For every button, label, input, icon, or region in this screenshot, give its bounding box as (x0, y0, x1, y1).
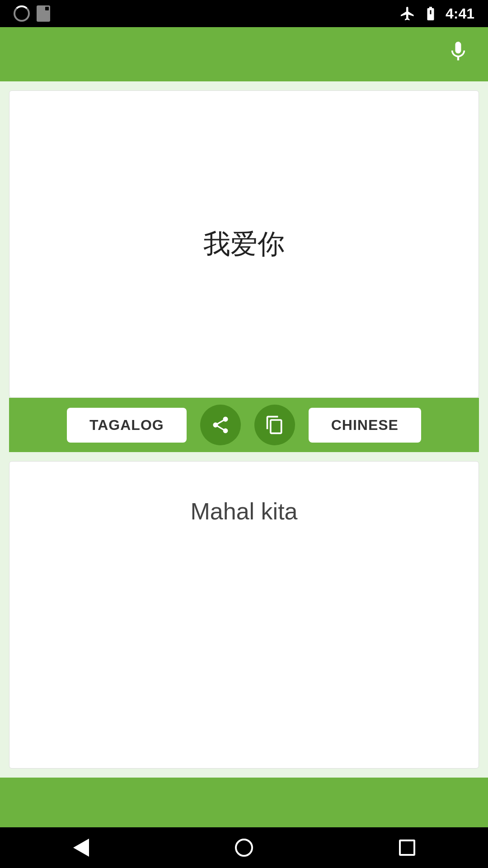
language-bar: TAGALOG CHINESE (9, 398, 479, 452)
microphone-button[interactable] (446, 40, 470, 69)
app-header (0, 27, 488, 81)
recents-icon (399, 840, 415, 856)
home-button[interactable] (235, 839, 253, 857)
status-bar: 4:41 (0, 0, 488, 27)
copy-button[interactable] (254, 405, 295, 445)
tagalog-language-button[interactable]: TAGALOG (67, 408, 187, 443)
share-icon (211, 415, 230, 435)
source-text: 我爱你 (203, 226, 285, 263)
sd-card-icon (37, 5, 50, 22)
share-button[interactable] (200, 405, 241, 445)
loading-icon (14, 5, 30, 22)
status-left-icons (14, 5, 50, 22)
status-right-icons: 4:41 (399, 5, 474, 22)
recents-button[interactable] (399, 840, 415, 856)
time-display: 4:41 (446, 5, 474, 22)
bottom-green-bar (0, 778, 488, 827)
target-translation-box[interactable]: Mahal kita (9, 461, 479, 769)
back-icon (73, 839, 89, 857)
copy-icon (265, 415, 285, 435)
nav-bar (0, 827, 488, 868)
airplane-icon (399, 5, 416, 22)
target-text: Mahal kita (191, 498, 298, 525)
back-button[interactable] (73, 839, 89, 857)
chinese-language-button[interactable]: CHINESE (309, 408, 421, 443)
main-content: 我爱你 TAGALOG CHINESE Mahal kita (0, 81, 488, 778)
source-translation-box[interactable]: 我爱你 (9, 90, 479, 398)
home-icon (235, 839, 253, 857)
battery-icon (422, 5, 439, 22)
